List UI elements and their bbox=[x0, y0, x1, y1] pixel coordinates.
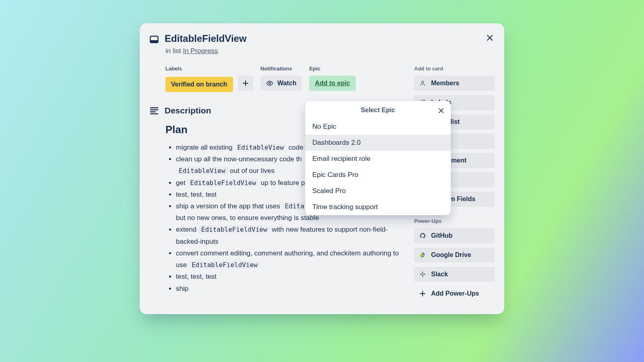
svg-rect-9 bbox=[420, 274, 422, 275]
close-button[interactable] bbox=[483, 31, 497, 45]
svg-point-2 bbox=[269, 82, 271, 84]
labels-heading: Labels bbox=[165, 66, 253, 72]
plus-icon bbox=[242, 80, 249, 86]
add-label-button[interactable] bbox=[238, 76, 253, 91]
sidebar-item-label: Slack bbox=[431, 271, 448, 278]
plan-item: convert comment editing, comment authori… bbox=[176, 247, 405, 271]
main-column: Labels Verified on branch Notifications … bbox=[149, 66, 405, 305]
epic-heading: Epic bbox=[309, 66, 355, 72]
popover-title: Select Epic bbox=[361, 107, 395, 113]
add-to-card-members[interactable]: Members bbox=[414, 76, 495, 91]
epic-option[interactable]: Scaled Pro bbox=[305, 183, 451, 199]
close-icon bbox=[486, 34, 494, 42]
popover-close-button[interactable] bbox=[436, 105, 447, 116]
notifications-heading: Notifications bbox=[260, 66, 302, 72]
add-to-epic-button[interactable]: Add to epic bbox=[309, 76, 355, 91]
eye-icon bbox=[266, 80, 273, 87]
gdrive-icon bbox=[419, 251, 426, 259]
watch-button[interactable]: Watch bbox=[260, 76, 302, 91]
card-in-list: in list In Progress bbox=[165, 47, 247, 55]
plan-item: extend EditableFieldView with new featur… bbox=[176, 224, 405, 247]
plan-item: test, test, test bbox=[176, 271, 405, 282]
user-icon bbox=[419, 80, 426, 87]
epic-option[interactable]: Time tracking support bbox=[305, 199, 451, 215]
add-powerups-button[interactable]: Add Power-Ups bbox=[414, 286, 495, 301]
close-icon bbox=[438, 108, 444, 113]
epic-option[interactable]: Dashboards 2.0 bbox=[305, 135, 451, 151]
list-link[interactable]: In Progress bbox=[183, 47, 218, 55]
svg-rect-11 bbox=[423, 274, 425, 274]
sidebar-item-label: GitHub bbox=[431, 232, 452, 239]
epic-option[interactable]: Epic Cards Pro bbox=[305, 167, 451, 183]
label-chip[interactable]: Verified on branch bbox=[165, 77, 233, 92]
epic-option[interactable]: Email recipient role bbox=[305, 151, 451, 167]
description-icon bbox=[149, 106, 159, 115]
epic-option[interactable]: No Epic bbox=[305, 119, 451, 135]
powerup-github[interactable]: GitHub bbox=[414, 228, 495, 243]
svg-rect-10 bbox=[422, 275, 423, 277]
card-title[interactable]: EditableFieldView bbox=[165, 33, 247, 45]
svg-rect-1 bbox=[151, 40, 158, 43]
github-icon bbox=[419, 232, 426, 239]
card-icon bbox=[149, 35, 159, 44]
svg-point-3 bbox=[421, 81, 423, 83]
powerup-google-drive[interactable]: Google Drive bbox=[414, 247, 495, 263]
powerup-slack[interactable]: Slack bbox=[414, 267, 495, 282]
sidebar-item-label: Google Drive bbox=[431, 251, 471, 259]
select-epic-popover: Select Epic No EpicDashboards 2.0Email r… bbox=[305, 101, 451, 215]
plan-item: ship bbox=[176, 283, 405, 294]
sidebar-item-label: Members bbox=[431, 80, 459, 87]
powerups-heading: Power-Ups bbox=[414, 218, 495, 224]
card-modal: EditableFieldView in list In Progress La… bbox=[140, 23, 504, 314]
svg-rect-8 bbox=[422, 272, 423, 274]
description-heading: Description bbox=[165, 106, 211, 115]
add-to-card-heading: Add to card bbox=[414, 66, 495, 72]
plus-icon bbox=[419, 290, 426, 297]
slack-icon bbox=[419, 271, 426, 278]
